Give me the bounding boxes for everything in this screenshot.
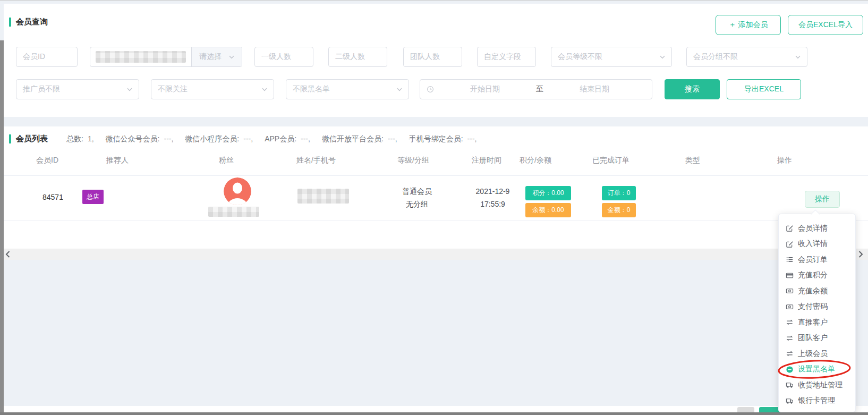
member-query-header: 会员查询	[9, 17, 48, 27]
col-reg-time: 注册时间	[472, 156, 501, 165]
menu-item-income-detail[interactable]: 收入详情	[779, 236, 855, 252]
member-level: 普通会员	[385, 185, 449, 198]
member-list-header: 会员列表	[9, 134, 48, 144]
excel-import-button[interactable]: 会员EXCEL导入	[788, 15, 863, 35]
horizontal-scroll-strip	[4, 249, 868, 260]
card-icon	[786, 272, 794, 280]
menu-item-pay-password[interactable]: 支付密码	[779, 299, 855, 315]
chevron-down-icon	[262, 88, 267, 91]
promoter-select[interactable]: 推广员不限	[16, 79, 139, 99]
menu-item-upline-member[interactable]: 上级会员	[779, 346, 855, 362]
col-points-balance: 积分/余额	[520, 156, 551, 165]
redacted-keyword-value	[96, 51, 186, 63]
money-icon	[786, 303, 794, 311]
stat-total: 总数:1,	[66, 134, 94, 144]
stat-phone-bound: 手机号绑定会员:---,	[409, 134, 477, 144]
money-icon	[786, 287, 794, 295]
menu-item-member-detail[interactable]: 会员详情	[779, 221, 855, 236]
balance-badge: 余额：0.00	[525, 203, 571, 217]
reg-time: 17:55:9	[462, 198, 523, 210]
action-button[interactable]: 操作	[805, 191, 840, 208]
menu-item-direct-customers[interactable]: 直推客户	[779, 315, 855, 331]
col-level-group: 等级/分组	[397, 156, 429, 165]
col-member-id: 会员ID	[36, 156, 58, 165]
menu-item-member-orders[interactable]: 会员订单	[779, 252, 855, 268]
member-level-select[interactable]: 会员等级不限	[551, 47, 672, 67]
table-row: 84571 总店 普通会员 无分组 2021-12-9 17:55:9 积分：0…	[4, 175, 868, 221]
custom-field-input[interactable]: 自定义字段	[477, 47, 536, 67]
orders-badge: 订单：0	[602, 186, 636, 200]
page-title: 会员查询	[16, 17, 48, 27]
clock-icon	[427, 86, 434, 93]
col-referrer: 推荐人	[106, 156, 129, 165]
redacted-fan-name	[208, 207, 259, 217]
list-title: 会员列表	[16, 134, 48, 144]
transfer-icon	[786, 350, 794, 358]
stat-app: APP会员:---,	[265, 134, 310, 144]
date-separator: 至	[536, 84, 543, 94]
menu-item-shipping-address[interactable]: 收货地址管理	[779, 377, 855, 393]
menu-item-recharge-points[interactable]: 充值积分	[779, 268, 855, 284]
member-id-input[interactable]: 会员ID	[16, 47, 78, 67]
chevron-down-icon	[127, 88, 132, 91]
reg-time-cell: 2021-12-9 17:55:9	[462, 185, 523, 210]
section-accent-bar	[9, 18, 11, 27]
menu-item-bank-cards[interactable]: 银行卡管理	[779, 393, 855, 409]
team-count-input[interactable]: 团队人数	[403, 47, 462, 67]
keyword-input-group: 请选择	[90, 47, 242, 67]
start-date-input[interactable]: 开始日期	[434, 84, 536, 94]
chevron-down-icon	[795, 55, 801, 59]
level1-count-input[interactable]: 一级人数	[254, 47, 313, 67]
points-badge: 积分：0.00	[525, 186, 571, 200]
left-edge-scrollbar[interactable]	[0, 40, 4, 412]
transfer-icon	[786, 318, 794, 326]
section-accent-bar	[9, 134, 11, 143]
follow-select[interactable]: 不限关注	[151, 79, 274, 99]
stat-wechat-official: 微信公众号会员:---,	[106, 134, 174, 144]
keyword-input[interactable]	[90, 47, 191, 66]
col-type: 类型	[685, 156, 700, 165]
stat-mini-program: 微信小程序会员:---,	[185, 134, 253, 144]
level2-count-input[interactable]: 二级人数	[328, 47, 387, 67]
menu-item-team-customers[interactable]: 团队客户	[779, 331, 855, 346]
level-group-cell: 普通会员 无分组	[385, 185, 449, 210]
transfer-icon	[786, 334, 794, 342]
blacklist-select[interactable]: 不限黑名单	[286, 79, 409, 99]
reg-date: 2021-12-9	[462, 185, 523, 198]
edit-icon	[786, 224, 794, 232]
member-stats: 总数:1, 微信公众号会员:---, 微信小程序会员:---, APP会员:--…	[66, 134, 477, 144]
horizontal-scrollbar[interactable]	[0, 412, 868, 415]
col-name-phone: 姓名/手机号	[296, 156, 336, 165]
referrer-badge: 总店	[82, 190, 104, 204]
search-button[interactable]: 搜索	[665, 79, 720, 99]
avatar	[224, 177, 251, 205]
export-excel-button[interactable]: 导出EXCEL	[727, 79, 801, 99]
col-fans: 粉丝	[219, 156, 234, 165]
member-id-cell: 84571	[42, 193, 63, 201]
add-member-button[interactable]: ＋ 添加会员	[716, 15, 781, 35]
orders-cell: 订单：0 金额：0	[602, 186, 636, 217]
edit-icon	[786, 240, 794, 248]
end-date-input[interactable]: 结束日期	[543, 84, 645, 94]
amount-badge: 金额：0	[602, 203, 636, 217]
menu-item-set-blacklist[interactable]: 设置黑名单	[779, 362, 855, 378]
col-completed-orders: 已完成订单	[592, 156, 629, 165]
truck-icon	[786, 397, 794, 405]
truck-icon	[786, 381, 794, 389]
member-group: 无分组	[385, 198, 449, 210]
col-actions: 操作	[777, 156, 792, 165]
chevron-down-icon	[660, 55, 665, 59]
list-icon	[786, 256, 794, 264]
member-query-card: 会员查询 ＋ 添加会员 会员EXCEL导入 会员ID 请选择 一级人数 二级人数…	[4, 4, 868, 117]
action-dropdown-menu: 会员详情 收入详情 会员订单 充值积分 充值余额 支付密码 直推客户 团队客户 …	[778, 214, 856, 412]
redacted-name-phone	[297, 189, 349, 204]
scroll-right-icon[interactable]	[858, 250, 866, 258]
chevron-down-icon	[229, 55, 234, 59]
keyword-type-select[interactable]: 请选择	[191, 47, 242, 66]
date-range-picker[interactable]: 开始日期 至 结束日期	[420, 79, 652, 99]
scroll-left-icon[interactable]	[5, 250, 13, 258]
points-balance-cell: 积分：0.00 余额：0.00	[525, 186, 571, 217]
menu-item-recharge-balance[interactable]: 充值余额	[779, 283, 855, 299]
member-group-select[interactable]: 会员分组不限	[686, 47, 807, 67]
minus-circle-icon	[786, 366, 794, 374]
